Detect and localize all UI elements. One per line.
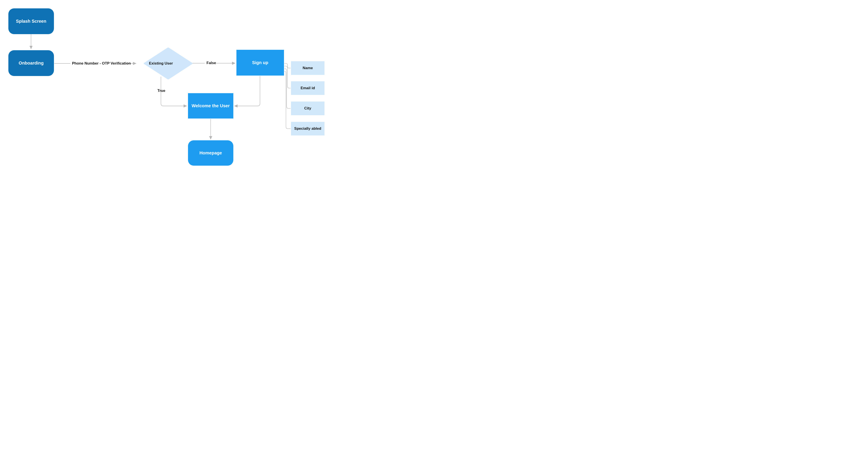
signup-field-city-label: City (304, 106, 311, 111)
node-homepage: Homepage (188, 140, 234, 166)
node-homepage-label: Homepage (199, 150, 222, 155)
flowchart-canvas: Splash Screen Onboarding Existing User S… (0, 0, 332, 174)
brace-to-city (284, 69, 290, 108)
signup-field-email-label: Email id (301, 86, 315, 90)
node-onboarding-label: Onboarding (19, 61, 43, 66)
node-sign-up-label: Sign up (252, 60, 268, 65)
edge-label-false: False (207, 61, 216, 65)
node-welcome-user: Welcome the User (188, 93, 234, 118)
signup-field-name: Name (291, 61, 324, 75)
signup-field-name-label: Name (303, 66, 313, 70)
signup-field-specially-abled: Specially abled (291, 122, 324, 136)
signup-field-city: City (291, 102, 324, 115)
brace-to-specially-abled (284, 72, 290, 129)
decision-label: Existing User (149, 61, 173, 66)
edge-signup-to-welcome (235, 76, 260, 106)
brace-to-email (284, 66, 290, 88)
node-splash-screen-label: Splash Screen (16, 19, 46, 24)
signup-field-email: Email id (291, 81, 324, 95)
node-onboarding: Onboarding (8, 50, 54, 76)
edge-label-otp: Phone Number - OTP Verification (72, 61, 131, 66)
brace-to-name (284, 63, 290, 68)
signup-field-specially-abled-label: Specially abled (294, 126, 321, 131)
node-welcome-user-label: Welcome the User (191, 103, 229, 108)
node-splash-screen: Splash Screen (8, 8, 54, 34)
node-sign-up: Sign up (237, 50, 284, 76)
node-existing-user-decision: Existing User (137, 50, 184, 77)
edge-label-true: True (157, 89, 165, 93)
